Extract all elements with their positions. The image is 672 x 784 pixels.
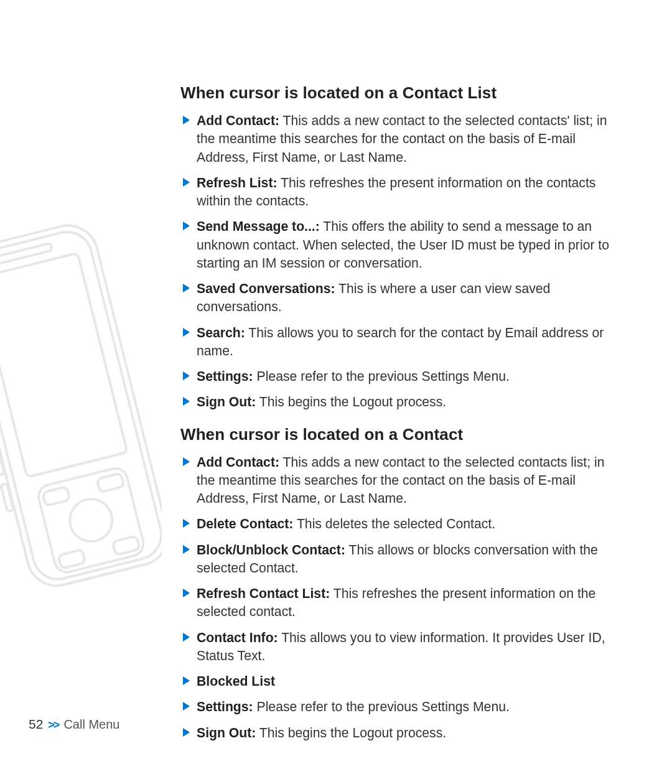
list-item: Add Contact: This adds a new contact to … — [180, 111, 619, 166]
section-heading: When cursor is located on a Contact List — [180, 83, 619, 103]
list-item: Sign Out: This begins the Logout process… — [180, 724, 619, 742]
list-item: Settings: Please refer to the previous S… — [180, 698, 619, 716]
item-text: This begins the Logout process. — [256, 394, 446, 409]
list-item: Search: This allows you to search for th… — [180, 324, 619, 360]
list-item: Settings: Please refer to the previous S… — [180, 367, 619, 385]
footer-section-title: Call Menu — [63, 717, 119, 732]
item-text: This allows you to search for the contac… — [197, 325, 604, 358]
chevron-right-icon: >> — [48, 719, 58, 732]
phone-outline-art — [0, 224, 162, 610]
list-item: Refresh Contact List: This refreshes the… — [180, 584, 619, 621]
item-label: Contact Info: — [197, 630, 278, 645]
list-item: Sign Out: This begins the Logout process… — [180, 393, 619, 411]
svg-rect-8 — [58, 549, 85, 569]
main-content: When cursor is located on a Contact List… — [180, 83, 619, 749]
list-item: Contact Info: This allows you to view in… — [180, 628, 619, 665]
item-text: Please refer to the previous Settings Me… — [253, 699, 510, 714]
item-label: Refresh Contact List: — [197, 586, 330, 600]
item-label: Search: — [197, 325, 245, 340]
item-label: Sign Out: — [197, 394, 256, 409]
item-label: Add Contact: — [197, 455, 279, 469]
item-label: Settings: — [197, 699, 253, 714]
svg-rect-2 — [0, 253, 128, 477]
svg-rect-6 — [42, 487, 70, 506]
list-item: Blocked List — [180, 672, 619, 690]
item-label: Settings: — [197, 369, 253, 383]
svg-rect-7 — [97, 473, 124, 492]
item-text: Please refer to the previous Settings Me… — [253, 369, 510, 383]
item-label: Send Message to...: — [197, 219, 320, 233]
svg-rect-12 — [1, 483, 13, 511]
svg-rect-0 — [0, 224, 162, 592]
item-text: This deletes the selected Contact. — [293, 516, 495, 531]
item-label: Refresh List: — [197, 175, 278, 190]
item-label: Blocked List — [197, 674, 275, 688]
item-label: Delete Contact: — [197, 516, 293, 531]
bullet-list: Add Contact: This adds a new contact to … — [180, 111, 619, 411]
page-number: 52 — [29, 717, 43, 732]
list-item: Block/Unblock Contact: This allows or bl… — [180, 541, 619, 577]
section-heading: When cursor is located on a Contact — [180, 425, 619, 444]
item-text: This begins the Logout process. — [256, 726, 446, 740]
svg-point-5 — [65, 495, 116, 546]
list-item: Saved Conversations: This is where a use… — [180, 279, 619, 316]
list-item: Refresh List: This refreshes the present… — [180, 174, 619, 210]
svg-rect-4 — [36, 466, 146, 575]
list-item: Add Contact: This adds a new contact to … — [180, 453, 619, 508]
page-footer: 52 >> Call Menu — [29, 717, 119, 732]
svg-rect-9 — [113, 536, 140, 555]
item-label: Add Contact: — [197, 113, 279, 128]
list-item: Send Message to...: This offers the abil… — [180, 217, 619, 272]
item-label: Sign Out: — [197, 726, 256, 740]
bullet-list: Add Contact: This adds a new contact to … — [180, 453, 619, 742]
item-label: Saved Conversations: — [197, 281, 335, 296]
list-item: Delete Contact: This deletes the selecte… — [180, 515, 619, 533]
svg-rect-1 — [0, 226, 162, 584]
item-label: Block/Unblock Contact: — [197, 543, 345, 557]
